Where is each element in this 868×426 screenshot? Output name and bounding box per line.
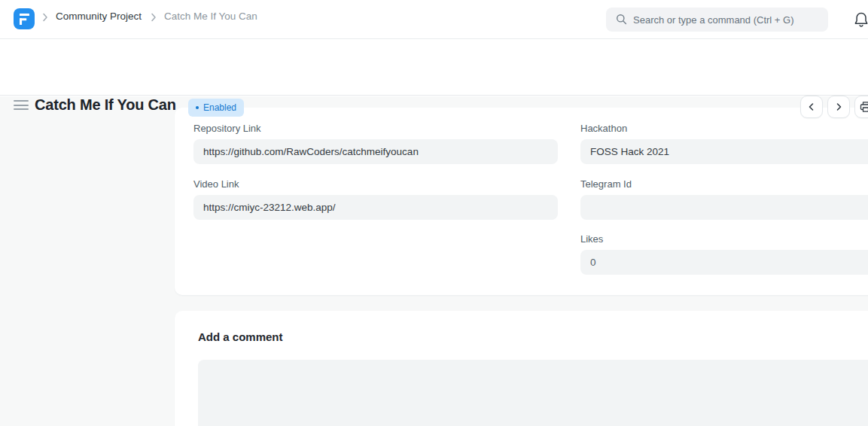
field-likes: Likes: [580, 233, 868, 275]
status-dot-icon: [196, 106, 199, 109]
status-badge: Enabled: [188, 99, 244, 117]
sidebar-toggle-button[interactable]: [14, 100, 30, 112]
field-repository-link: Repository Link: [193, 123, 558, 164]
chevron-right-icon: [834, 102, 843, 111]
app-logo-button[interactable]: [14, 8, 35, 29]
search-input[interactable]: [606, 8, 828, 32]
top-navbar: Community Project Catch Me If You Can: [0, 0, 868, 39]
global-search: [606, 8, 828, 32]
form-card: Repository Link Video Link Hackathon Tel…: [175, 108, 868, 295]
comment-input[interactable]: [198, 360, 868, 426]
next-document-button[interactable]: [827, 96, 850, 118]
previous-document-button[interactable]: [800, 96, 823, 118]
field-label: Repository Link: [193, 123, 558, 134]
menu-icon: [14, 100, 29, 102]
repository-link-input[interactable]: [193, 139, 558, 164]
bell-icon: [854, 11, 868, 28]
telegram-id-input[interactable]: [580, 195, 868, 220]
chevron-right-icon: [42, 13, 48, 22]
printer-icon: [860, 101, 868, 113]
page-title: Catch Me If You Can: [35, 96, 176, 114]
field-label: Video Link: [193, 178, 558, 190]
comment-card: Add a comment: [175, 311, 868, 426]
breadcrumb-item-current[interactable]: Catch Me If You Can: [164, 11, 257, 22]
chevron-left-icon: [807, 102, 816, 111]
field-video-link: Video Link: [193, 178, 558, 220]
field-telegram-id: Telegram Id: [580, 178, 868, 220]
field-hackathon: Hackathon: [580, 123, 868, 164]
hackathon-input[interactable]: [580, 139, 868, 164]
print-button[interactable]: [854, 96, 868, 118]
video-link-input[interactable]: [193, 195, 558, 220]
add-comment-heading: Add a comment: [198, 330, 283, 343]
likes-input[interactable]: [580, 250, 868, 275]
field-label: Telegram Id: [580, 178, 868, 190]
page-header: Catch Me If You Can Enabled: [0, 39, 868, 96]
breadcrumb-item-community-project[interactable]: Community Project: [56, 11, 142, 22]
field-label: Likes: [580, 233, 868, 245]
notifications-button[interactable]: [849, 8, 868, 32]
content-area: Repository Link Video Link Hackathon Tel…: [0, 96, 868, 426]
frappe-logo-icon: [20, 14, 29, 25]
field-label: Hackathon: [580, 123, 868, 134]
status-badge-label: Enabled: [203, 102, 236, 113]
chevron-right-icon: [151, 13, 157, 22]
